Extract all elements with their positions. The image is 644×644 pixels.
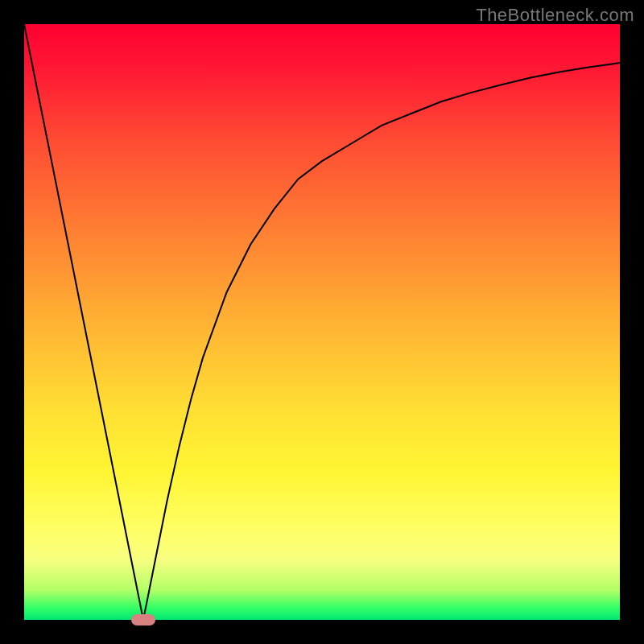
bottleneck-curve	[24, 24, 620, 620]
attribution-label: TheBottleneck.com	[476, 5, 634, 26]
plot-area	[24, 24, 620, 620]
chart-frame: TheBottleneck.com	[0, 0, 644, 644]
optimum-marker	[131, 614, 155, 625]
